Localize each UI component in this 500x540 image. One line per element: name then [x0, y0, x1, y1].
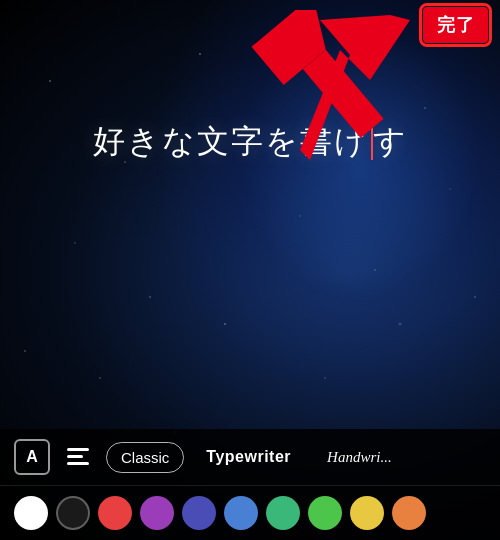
- japanese-text-suffix: す: [373, 120, 408, 164]
- top-bar: 完了: [0, 0, 500, 50]
- font-format-button[interactable]: A: [14, 439, 50, 475]
- text-align-button[interactable]: [60, 439, 96, 475]
- color-teal[interactable]: [266, 496, 300, 530]
- japanese-text: 好きな文字を書けす: [93, 120, 408, 164]
- svg-rect-5: [67, 455, 83, 458]
- bottom-toolbar: A Classic Typewriter Handwri...: [0, 429, 500, 540]
- font-option-handwriting[interactable]: Handwri...: [313, 443, 406, 472]
- done-button[interactable]: 完了: [423, 7, 488, 43]
- color-orange[interactable]: [392, 496, 426, 530]
- font-style-row: A Classic Typewriter Handwri...: [0, 429, 500, 486]
- color-red[interactable]: [98, 496, 132, 530]
- color-indigo[interactable]: [182, 496, 216, 530]
- font-option-classic[interactable]: Classic: [106, 442, 184, 473]
- align-icon: [67, 448, 89, 466]
- color-green[interactable]: [308, 496, 342, 530]
- color-blue[interactable]: [224, 496, 258, 530]
- text-area: 好きな文字を書けす: [0, 120, 500, 164]
- japanese-text-content: 好きな文字を書け: [93, 120, 369, 164]
- color-purple[interactable]: [140, 496, 174, 530]
- color-picker-row: [0, 486, 500, 540]
- font-style-options: Classic Typewriter Handwri...: [106, 442, 486, 473]
- font-a-icon: A: [26, 448, 38, 466]
- svg-rect-6: [67, 462, 89, 465]
- color-white[interactable]: [14, 496, 48, 530]
- color-yellow[interactable]: [350, 496, 384, 530]
- svg-rect-4: [67, 448, 89, 451]
- color-black[interactable]: [56, 496, 90, 530]
- font-option-typewriter[interactable]: Typewriter: [192, 442, 305, 472]
